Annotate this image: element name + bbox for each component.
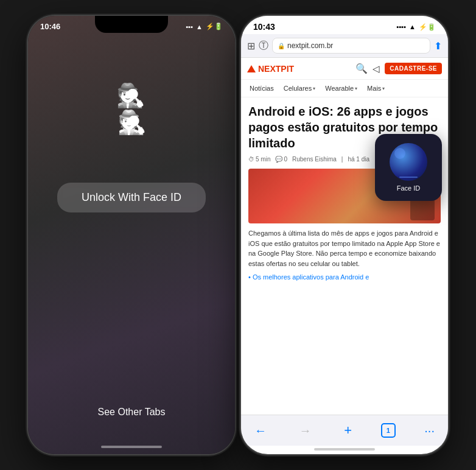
nextpit-logo-text: NEXTPIT	[258, 64, 294, 74]
battery-icon-right: ⚡🔋	[419, 23, 436, 31]
celulares-label: Celulares	[284, 85, 312, 92]
more-button[interactable]: ···	[421, 423, 438, 439]
see-other-tabs-label[interactable]: See Other Tabs	[98, 407, 166, 418]
lock-icon: 🔒	[278, 43, 285, 49]
left-content-area: 🕵️ Unlock With Face ID See Other Tabs	[28, 33, 235, 454]
browser-toolbar: ⊞ Ⓣ 🔒 nextpit.com.br ⬆	[241, 34, 448, 58]
time-left: 10:46	[40, 22, 60, 31]
nav-item-mais[interactable]: Mais ▾	[362, 80, 390, 97]
left-phone-screen: 10:46 ▪▪▪ ▲ ⚡🔋 🕵️ Unlock With Face ID Se…	[28, 16, 235, 454]
clock-icon: ⏱	[248, 156, 254, 163]
bottom-bar-right: ← → + 1 ···	[241, 415, 448, 446]
wifi-icon-right: ▲	[409, 23, 416, 30]
left-phone: 10:46 ▪▪▪ ▲ ⚡🔋 🕵️ Unlock With Face ID Se…	[28, 16, 235, 454]
header-actions: 🔍 ◁ CADASTRE-SE	[355, 63, 442, 74]
share-header-icon[interactable]: ◁	[373, 63, 380, 74]
face-id-popup[interactable]: Face ID	[375, 134, 442, 201]
right-phone-screen: 10:43 ▪▪▪▪ ▲ ⚡🔋 ⊞ Ⓣ 🔒 nextpit.com.br ⬆ N…	[241, 16, 448, 454]
face-id-icon	[390, 143, 427, 181]
extensions-icon[interactable]: ⊞	[247, 40, 255, 52]
nav-item-noticias[interactable]: Notícias	[245, 80, 279, 97]
article-body: Chegamos à última lista do mês de apps e…	[248, 228, 441, 268]
back-button[interactable]: ←	[251, 423, 270, 439]
share-icon[interactable]: ⬆	[434, 40, 442, 52]
nextpit-triangle-icon	[247, 65, 256, 72]
celulares-chevron: ▾	[313, 86, 315, 91]
comments: 💬 0	[275, 156, 287, 163]
forward-button[interactable]: →	[296, 423, 315, 439]
nav-item-celulares[interactable]: Celulares ▾	[279, 80, 320, 97]
translate-icon[interactable]: Ⓣ	[259, 40, 268, 52]
status-icons-right: ▪▪▪▪ ▲ ⚡🔋	[397, 23, 436, 31]
address-text: nextpit.com.br	[287, 41, 333, 50]
tabs-count-button[interactable]: 1	[381, 423, 396, 438]
home-indicator-right	[314, 448, 375, 451]
mais-label: Mais	[367, 85, 381, 92]
status-bar-right: 10:43 ▪▪▪▪ ▲ ⚡🔋	[241, 16, 448, 34]
unlock-face-id-button[interactable]: Unlock With Face ID	[57, 183, 206, 212]
right-phone: 10:43 ▪▪▪▪ ▲ ⚡🔋 ⊞ Ⓣ 🔒 nextpit.com.br ⬆ N…	[241, 16, 448, 454]
author: Rubens Eishima	[292, 156, 337, 163]
incognito-icon: 🕵️	[116, 82, 147, 103]
comment-icon: 💬	[275, 156, 282, 163]
article-link[interactable]: • Os melhores aplicativos para Android e	[248, 273, 369, 281]
wearable-chevron: ▾	[355, 86, 357, 91]
signal-icon: ▪▪▪	[186, 23, 193, 30]
home-indicator-left	[101, 446, 162, 448]
mais-chevron: ▾	[382, 86, 385, 91]
address-bar[interactable]: 🔒 nextpit.com.br	[272, 38, 430, 54]
time-right: 10:43	[253, 22, 275, 32]
wearable-label: Wearable	[325, 85, 354, 92]
nav-item-wearable[interactable]: Wearable ▾	[320, 80, 362, 97]
cadastre-button[interactable]: CADASTRE-SE	[385, 63, 442, 74]
date: há 1 dia	[348, 156, 369, 163]
status-icons-left: ▪▪▪ ▲ ⚡🔋	[186, 23, 223, 30]
nextpit-logo: NEXTPIT	[247, 64, 294, 74]
article-content: Face ID Android e iOS: 26 apps e jogos p…	[241, 97, 448, 415]
navigation-bar: Notícias Celulares ▾ Wearable ▾ Mais ▾	[241, 80, 448, 97]
face-id-label: Face ID	[397, 184, 421, 192]
noticias-label: Notícias	[250, 85, 274, 92]
nextpit-header: NEXTPIT 🔍 ◁ CADASTRE-SE	[241, 58, 448, 80]
wifi-icon: ▲	[196, 23, 203, 30]
notch	[95, 16, 168, 33]
separator: |	[341, 156, 343, 163]
read-time: ⏱ 5 min	[248, 156, 270, 163]
add-tab-button[interactable]: +	[340, 421, 355, 440]
battery-icon: ⚡🔋	[206, 23, 223, 30]
signal-icon-right: ▪▪▪▪	[397, 23, 407, 30]
search-icon[interactable]: 🔍	[355, 63, 368, 74]
